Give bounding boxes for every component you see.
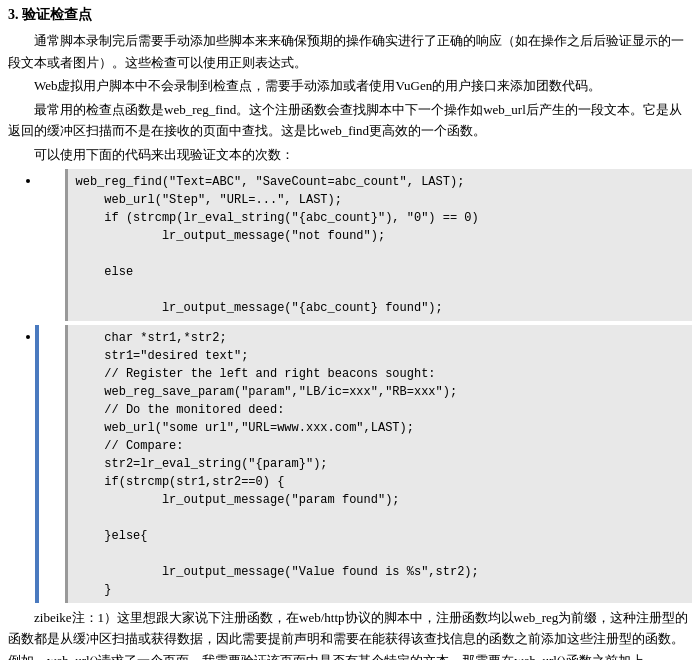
section-title: 3. 验证检查点 xyxy=(8,4,692,26)
para-2: Web虚拟用户脚本中不会录制到检查点，需要手动添加或者使用VuGen的用户接口来… xyxy=(8,75,692,96)
code-block-1: web_reg_find("Text=ABC", "SaveCount=abc_… xyxy=(65,169,693,321)
blue-bar xyxy=(35,325,39,603)
para-1: 通常脚本录制完后需要手动添加些脚本来来确保预期的操作确实进行了正确的响应（如在操… xyxy=(8,30,692,73)
bullet-list-2: char *str1,*str2; str1="desired text"; /… xyxy=(41,325,693,603)
para-3: 最常用的检查点函数是web_reg_find。这个注册函数会查找脚本中下一个操作… xyxy=(8,99,692,142)
code-block-2-container: char *str1,*str2; str1="desired text"; /… xyxy=(41,325,693,603)
page-container: 3. 验证检查点 通常脚本录制完后需要手动添加些脚本来来确保预期的操作确实进行了… xyxy=(0,0,700,660)
para-4: 可以使用下面的代码来出现验证文本的次数： xyxy=(8,144,692,165)
bullet-list-1: web_reg_find("Text=ABC", "SaveCount=abc_… xyxy=(41,169,693,321)
code-block-2: char *str1,*str2; str1="desired text"; /… xyxy=(65,325,693,603)
para-6: zibeike注：1）这里想跟大家说下注册函数，在web/http协议的脚本中，… xyxy=(8,607,692,660)
bullet-item-1: web_reg_find("Text=ABC", "SaveCount=abc_… xyxy=(41,169,693,321)
bullet-item-2: char *str1,*str2; str1="desired text"; /… xyxy=(41,325,693,603)
